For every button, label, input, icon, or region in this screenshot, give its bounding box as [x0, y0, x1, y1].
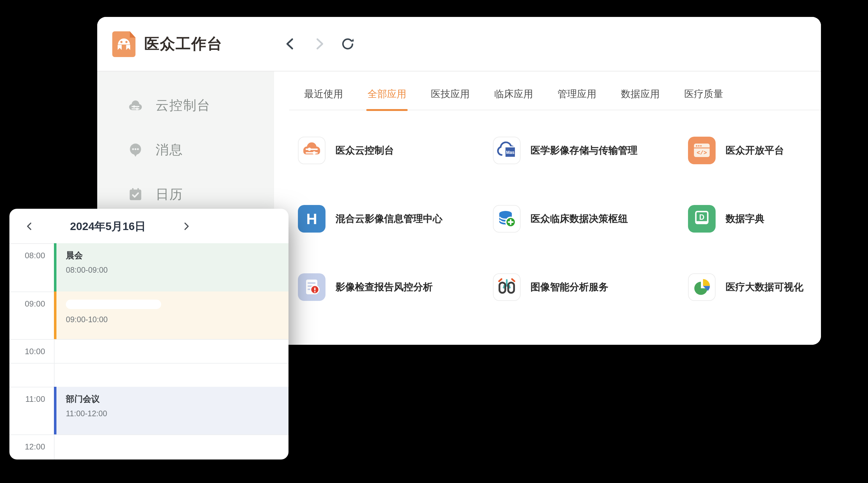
app-logo-icon	[112, 31, 135, 57]
event-title: 晨会	[66, 250, 288, 261]
sidebar-item-cloud-console[interactable]: 云控制台	[97, 92, 274, 119]
time-label: 08:00	[9, 244, 54, 291]
app-label: 影像检查报告风控分析	[336, 281, 433, 294]
time-slot[interactable]	[54, 435, 288, 459]
svg-text:H: H	[306, 211, 317, 227]
time-slot[interactable]: 晨会 08:00-09:00	[54, 244, 288, 291]
calendar-half-hour-row: 10:00	[9, 339, 288, 363]
window-header: 医众工作台	[97, 17, 821, 71]
calendar-hour-row: 09:00 09:00-10:00	[9, 291, 288, 339]
tab-recently-used[interactable]: 最近使用	[304, 88, 343, 101]
time-slot[interactable]: 09:00-10:00	[54, 292, 288, 339]
app-label: 医众云控制台	[336, 144, 394, 157]
refresh-button[interactable]	[341, 37, 355, 51]
calendar-event-redacted[interactable]: 09:00-10:00	[54, 291, 288, 339]
time-label: 12:00	[9, 435, 54, 459]
calendar-hour-row: 12:00	[9, 434, 288, 459]
calendar-hour-row: 11:00 部门会议 11:00-12:00	[9, 387, 288, 434]
calendar-event-morning-meeting[interactable]: 晨会 08:00-09:00	[54, 243, 288, 291]
app-label: 图像智能分析服务	[531, 281, 608, 294]
calendar-hour-row: 08:00 晨会 08:00-09:00	[9, 244, 288, 291]
dictionary-icon: D	[688, 205, 716, 232]
svg-text:D: D	[699, 213, 705, 221]
chevron-right-icon	[181, 221, 191, 231]
calendar-half-hour-row	[9, 363, 288, 387]
open-platform-icon: </>	[688, 137, 716, 164]
lungs-icon	[493, 273, 521, 301]
event-time: 11:00-12:00	[66, 409, 288, 418]
h-letter-icon: H	[298, 205, 326, 232]
chevron-left-icon	[25, 221, 34, 231]
calendar-header: 2024年5月16日	[9, 209, 288, 244]
main-content: 最近使用 全部应用 医技应用 临床应用 管理应用 数据应用 医疗质量	[274, 71, 821, 345]
time-label: 11:00	[9, 387, 54, 434]
app-cloud-console[interactable]: 医众云控制台	[298, 137, 493, 164]
calendar-prev-day-button[interactable]	[22, 219, 37, 233]
app-big-data-visualization[interactable]: 医疗大数据可视化	[688, 273, 821, 301]
refresh-icon	[341, 37, 355, 51]
app-label: 医众开放平台	[725, 144, 784, 157]
tab-management-apps[interactable]: 管理应用	[558, 88, 596, 101]
message-icon	[127, 142, 144, 158]
time-label: 10:00	[9, 340, 54, 363]
redacted-title-pill	[66, 300, 161, 309]
sidebar-item-label: 云控制台	[156, 97, 211, 114]
time-slot[interactable]	[54, 340, 288, 363]
app-label: 数据字典	[725, 212, 765, 225]
calendar-date-title: 2024年5月16日	[37, 219, 179, 233]
time-label: 09:00	[9, 292, 54, 339]
cloud-sliders-icon	[298, 137, 326, 164]
report-risk-icon	[298, 273, 326, 301]
app-report-risk-analysis[interactable]: 影像检查报告风控分析	[298, 273, 493, 301]
app-clinical-data-hub[interactable]: 医众临床数据决策枢纽	[493, 205, 688, 232]
sidebar-item-label: 日历	[156, 186, 183, 203]
tab-all-apps[interactable]: 全部应用	[368, 88, 406, 101]
app-label: 医众临床数据决策枢纽	[531, 212, 628, 225]
page-title: 医众工作台	[144, 34, 223, 54]
tab-clinical-apps[interactable]: 临床应用	[494, 88, 533, 101]
cloud-mas-icon: Mas	[493, 137, 521, 164]
tab-data-apps[interactable]: 数据应用	[621, 88, 660, 101]
forward-button[interactable]	[312, 37, 326, 51]
app-hybrid-cloud-imaging[interactable]: H 混合云影像信息管理中心	[298, 205, 493, 232]
app-image-ai-analysis[interactable]: 图像智能分析服务	[493, 273, 688, 301]
event-title: 部门会议	[66, 394, 288, 405]
calendar-next-day-button[interactable]	[179, 219, 194, 233]
tab-bar: 最近使用 全部应用 医技应用 临床应用 管理应用 数据应用 医疗质量	[289, 71, 821, 110]
svg-text:</>: </>	[697, 150, 707, 156]
tab-medical-quality[interactable]: 医疗质量	[684, 88, 723, 101]
back-button[interactable]	[283, 37, 297, 51]
app-label: 医学影像存储与传输管理	[531, 144, 638, 157]
app-data-dictionary[interactable]: D 数据字典	[688, 205, 821, 232]
sidebar-item-label: 消息	[156, 141, 183, 159]
app-open-platform[interactable]: </> 医众开放平台	[688, 137, 821, 164]
screen: 医众工作台	[0, 0, 868, 483]
calendar-day-view: 08:00 晨会 08:00-09:00 09:00 09:00-10:00	[9, 244, 288, 459]
chevron-right-icon	[313, 37, 325, 51]
app-label: 医疗大数据可视化	[725, 281, 803, 294]
cloud-console-icon	[127, 97, 144, 114]
time-slot[interactable]	[54, 363, 288, 387]
svg-text:Mas: Mas	[506, 150, 515, 155]
nav-controls	[283, 17, 355, 71]
chevron-left-icon	[284, 37, 296, 51]
event-time: 09:00-10:00	[66, 315, 288, 324]
time-slot[interactable]: 部门会议 11:00-12:00	[54, 387, 288, 434]
app-grid: 医众云控制台 Mas 医学影像存储与传输管理	[274, 110, 821, 301]
calendar-event-department-meeting[interactable]: 部门会议 11:00-12:00	[54, 387, 288, 434]
sidebar-item-messages[interactable]: 消息	[97, 136, 274, 164]
event-time: 08:00-09:00	[66, 266, 288, 275]
tab-medtech-apps[interactable]: 医技应用	[431, 88, 470, 101]
calendar-icon	[127, 186, 144, 202]
calendar-popup: 2024年5月16日 08:00 晨会 08:00-09:00	[9, 209, 288, 459]
pie-chart-icon	[688, 273, 716, 301]
database-plus-icon	[493, 205, 521, 232]
app-imaging-storage-transfer[interactable]: Mas 医学影像存储与传输管理	[493, 137, 688, 164]
app-label: 混合云影像信息管理中心	[336, 212, 442, 225]
time-label	[9, 363, 54, 387]
sidebar-item-calendar[interactable]: 日历	[97, 181, 274, 208]
